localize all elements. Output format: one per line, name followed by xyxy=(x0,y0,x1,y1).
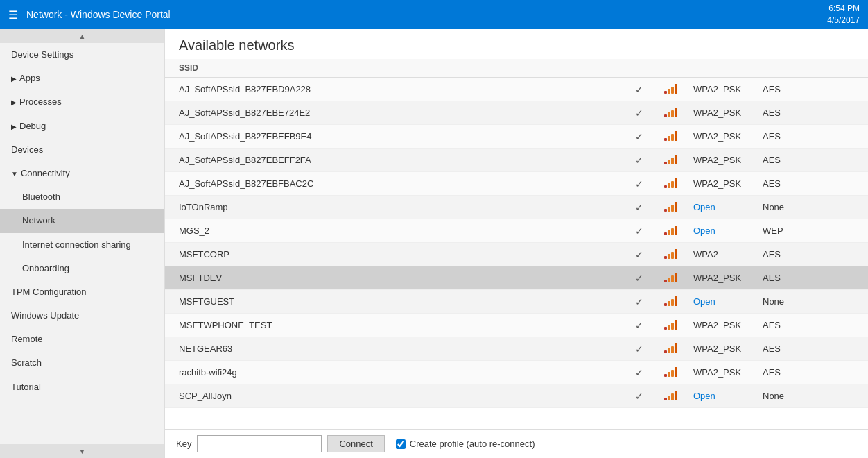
cell-extra xyxy=(813,337,868,361)
sidebar-label-connectivity: Connectivity xyxy=(21,168,70,178)
cell-extra xyxy=(813,78,868,101)
table-row[interactable]: MSFTCORP✓ WPA2AES xyxy=(165,243,868,266)
sidebar-label-onboarding: Onboarding xyxy=(22,263,69,273)
table-header-row: SSID xyxy=(165,59,868,78)
cell-auth: Open xyxy=(688,384,757,408)
signal-bars-icon xyxy=(664,319,677,330)
cell-enc: AES xyxy=(757,314,813,337)
col-check xyxy=(625,59,653,78)
cell-check: ✓ xyxy=(625,78,653,101)
cell-enc: AES xyxy=(757,243,813,266)
cell-enc: AES xyxy=(757,149,813,172)
key-input[interactable] xyxy=(197,435,322,452)
sidebar-item-scratch[interactable]: Scratch xyxy=(0,351,164,375)
sidebar-item-apps[interactable]: ▶Apps xyxy=(0,67,164,90)
cell-auth: WPA2_PSK xyxy=(688,314,757,337)
cell-signal xyxy=(653,361,688,384)
cell-enc: AES xyxy=(757,337,813,361)
signal-bars-icon xyxy=(664,389,677,400)
cell-check: ✓ xyxy=(625,290,653,314)
cell-extra xyxy=(813,266,868,290)
table-row[interactable]: MSFTDEV✓ WPA2_PSKAES xyxy=(165,266,868,290)
cell-ssid: SCP_AllJoyn xyxy=(165,384,625,408)
connect-button[interactable]: Connect xyxy=(327,435,384,452)
signal-bars-icon xyxy=(664,248,677,259)
cell-signal xyxy=(653,290,688,314)
cell-ssid: AJ_SoftAPSsid_B827EBEFB9E4 xyxy=(165,125,625,149)
sidebar-item-tutorial[interactable]: Tutorial xyxy=(0,375,164,399)
sidebar-item-device-settings[interactable]: Device Settings xyxy=(0,43,164,67)
cell-check: ✓ xyxy=(625,125,653,149)
network-rows: AJ_SoftAPSsid_B827EBD9A228✓ WPA2_PSKAESA… xyxy=(165,78,868,408)
table-row[interactable]: AJ_SoftAPSsid_B827EBD9A228✓ WPA2_PSKAES xyxy=(165,78,868,101)
cell-extra xyxy=(813,314,868,337)
sidebar: ▲ Device Settings▶Apps▶Processes▶DebugDe… xyxy=(0,29,165,458)
sidebar-item-tpm-configuration[interactable]: TPM Configuration xyxy=(0,280,164,304)
cell-signal xyxy=(653,149,688,172)
sidebar-item-debug[interactable]: ▶Debug xyxy=(0,114,164,138)
cell-signal xyxy=(653,196,688,219)
networks-table: SSID AJ_SoftAPSsid_B827EBD9A228✓ WPA2_PS… xyxy=(165,59,868,408)
table-row[interactable]: MSFTWPHONE_TEST✓ WPA2_PSKAES xyxy=(165,314,868,337)
table-row[interactable]: AJ_SoftAPSsid_B827EBEFF2FA✓ WPA2_PSKAES xyxy=(165,149,868,172)
create-profile-label[interactable]: Create profile (auto re-connect) xyxy=(410,439,535,449)
table-row[interactable]: MGS_2✓ OpenWEP xyxy=(165,219,868,243)
cell-signal xyxy=(653,78,688,101)
cell-enc: None xyxy=(757,384,813,408)
signal-bars-icon xyxy=(664,342,677,353)
cell-signal xyxy=(653,337,688,361)
create-profile-area: Create profile (auto re-connect) xyxy=(396,439,535,449)
sidebar-item-network[interactable]: Network xyxy=(0,209,164,232)
networks-table-wrapper[interactable]: SSID AJ_SoftAPSsid_B827EBD9A228✓ WPA2_PS… xyxy=(165,59,868,429)
cell-ssid: AJ_SoftAPSsid_B827EBEFF2FA xyxy=(165,149,625,172)
sidebar-label-bluetooth: Bluetooth xyxy=(22,192,60,202)
sidebar-scroll-down[interactable]: ▼ xyxy=(0,444,164,458)
header-title: Network - Windows Device Portal xyxy=(26,9,827,20)
sidebar-label-tpm-configuration: TPM Configuration xyxy=(11,287,86,297)
sidebar-item-connectivity[interactable]: ▼Connectivity xyxy=(0,162,164,185)
sidebar-label-network: Network xyxy=(22,215,55,226)
cell-auth: WPA2_PSK xyxy=(688,78,757,101)
cell-check: ✓ xyxy=(625,337,653,361)
sidebar-item-remote[interactable]: Remote xyxy=(0,328,164,351)
table-row[interactable]: NETGEAR63✓ WPA2_PSKAES xyxy=(165,337,868,361)
create-profile-checkbox[interactable] xyxy=(396,439,406,449)
table-row[interactable]: rachitb-wifi24g✓ WPA2_PSKAES xyxy=(165,361,868,384)
sidebar-item-bluetooth[interactable]: Bluetooth xyxy=(0,185,164,209)
sidebar-scroll-area: Device Settings▶Apps▶Processes▶DebugDevi… xyxy=(0,43,164,444)
table-row[interactable]: IoTOnRamp✓ OpenNone xyxy=(165,196,868,219)
cell-ssid: MSFTWPHONE_TEST xyxy=(165,314,625,337)
col-auth xyxy=(688,59,757,78)
cell-extra xyxy=(813,149,868,172)
col-enc xyxy=(757,59,813,78)
cell-check: ✓ xyxy=(625,101,653,125)
cell-extra xyxy=(813,384,868,408)
cell-check: ✓ xyxy=(625,384,653,408)
table-row[interactable]: MSFTGUEST✓ OpenNone xyxy=(165,290,868,314)
table-row[interactable]: AJ_SoftAPSsid_B827EBE724E2✓ WPA2_PSKAES xyxy=(165,101,868,125)
cell-enc: AES xyxy=(757,101,813,125)
sidebar-item-internet-connection-sharing[interactable]: Internet connection sharing xyxy=(0,233,164,257)
menu-icon[interactable]: ☰ xyxy=(8,8,18,22)
signal-bars-icon xyxy=(664,106,677,117)
footer: Key Connect Create profile (auto re-conn… xyxy=(165,429,868,458)
cell-signal xyxy=(653,243,688,266)
cell-enc: WEP xyxy=(757,219,813,243)
cell-ssid: NETGEAR63 xyxy=(165,337,625,361)
table-row[interactable]: AJ_SoftAPSsid_B827EBFBAC2C✓ WPA2_PSKAES xyxy=(165,172,868,196)
sidebar-item-devices[interactable]: Devices xyxy=(0,138,164,162)
sidebar-scroll-up[interactable]: ▲ xyxy=(0,29,164,43)
header: ☰ Network - Windows Device Portal 6:54 P… xyxy=(0,0,868,29)
cell-auth: Open xyxy=(688,219,757,243)
cell-enc: AES xyxy=(757,266,813,290)
sidebar-item-windows-update[interactable]: Windows Update xyxy=(0,304,164,328)
sidebar-item-onboarding[interactable]: Onboarding xyxy=(0,257,164,280)
table-row[interactable]: AJ_SoftAPSsid_B827EBEFB9E4✓ WPA2_PSKAES xyxy=(165,125,868,149)
sidebar-item-processes[interactable]: ▶Processes xyxy=(0,90,164,114)
cell-check: ✓ xyxy=(625,172,653,196)
signal-bars-icon xyxy=(664,271,677,282)
table-row[interactable]: SCP_AllJoyn✓ OpenNone xyxy=(165,384,868,408)
cell-signal xyxy=(653,172,688,196)
cell-extra xyxy=(813,219,868,243)
cell-enc: AES xyxy=(757,78,813,101)
